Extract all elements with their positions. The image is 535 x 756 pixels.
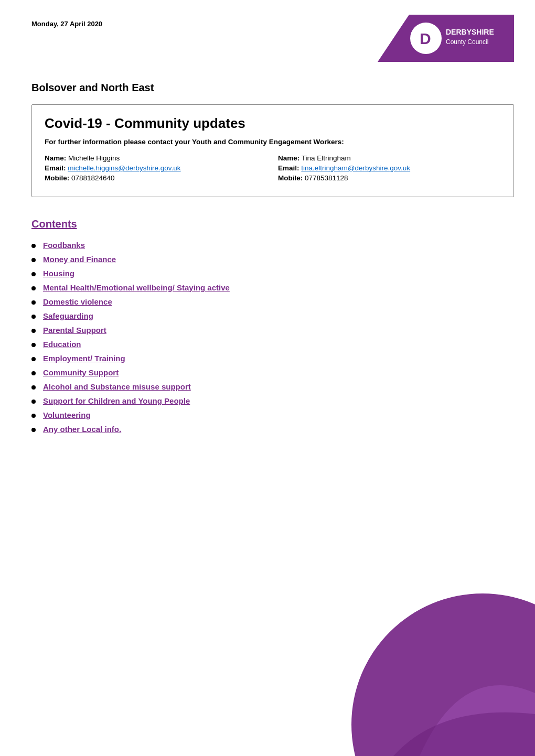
content-box-subtitle: For further information please contact y…: [45, 138, 501, 146]
list-item: Any other Local info.: [31, 425, 514, 434]
contact2-mobile: Mobile: 07785381128: [278, 174, 501, 182]
bullet-icon: [31, 428, 36, 432]
contents-link-2[interactable]: Housing: [43, 269, 74, 278]
list-item: Employment/ Training: [31, 354, 514, 363]
list-item: Education: [31, 340, 514, 349]
list-item: Foodbanks: [31, 241, 514, 250]
contact1-email-link[interactable]: michelle.higgins@derbyshire.gov.uk: [68, 164, 180, 172]
bullet-icon: [31, 414, 36, 418]
bullet-icon: [31, 343, 36, 347]
svg-text:D: D: [420, 30, 431, 47]
contents-link-7[interactable]: Education: [43, 340, 81, 349]
contents-section: Contents FoodbanksMoney and FinanceHousi…: [0, 197, 535, 434]
svg-text:DERBYSHIRE: DERBYSHIRE: [446, 28, 494, 36]
list-item: Alcohol and Substance misuse support: [31, 382, 514, 391]
svg-point-5: [351, 593, 535, 756]
contents-link-10[interactable]: Alcohol and Substance misuse support: [43, 382, 191, 391]
contact1: Name: Michelle Higgins Email: michelle.h…: [45, 154, 268, 184]
bullet-icon: [31, 315, 36, 319]
bullet-icon: [31, 357, 36, 361]
logo-shape: D DERBYSHIRE County Council: [378, 15, 514, 62]
contents-list: FoodbanksMoney and FinanceHousingMental …: [31, 241, 514, 434]
contents-link-9[interactable]: Community Support: [43, 368, 119, 377]
bullet-icon: [31, 371, 36, 375]
list-item: Support for Children and Young People: [31, 396, 514, 405]
content-box-title: Covid-19 - Community updates: [45, 115, 501, 132]
contents-link-0[interactable]: Foodbanks: [43, 241, 85, 250]
list-item: Housing: [31, 269, 514, 278]
bullet-icon: [31, 258, 36, 262]
contents-link-8[interactable]: Employment/ Training: [43, 354, 125, 363]
list-item: Safeguarding: [31, 311, 514, 320]
region-title: Bolsover and North East: [0, 67, 535, 94]
contact2-email-link[interactable]: tina.eltringham@derbyshire.gov.uk: [301, 164, 410, 172]
contents-link-6[interactable]: Parental Support: [43, 326, 106, 334]
contact1-name: Name: Michelle Higgins: [45, 154, 268, 162]
list-item: Domestic violence: [31, 297, 514, 306]
contents-link-12[interactable]: Volunteering: [43, 411, 91, 419]
contact1-email: Email: michelle.higgins@derbyshire.gov.u…: [45, 164, 268, 172]
bullet-icon: [31, 385, 36, 390]
contents-link-5[interactable]: Safeguarding: [43, 311, 93, 320]
list-item: Money and Finance: [31, 255, 514, 264]
bullet-icon: [31, 272, 36, 276]
header: Monday, 27 April 2020 D DERBYSHIRE Count…: [0, 0, 535, 62]
contact1-mobile: Mobile: 07881824640: [45, 174, 268, 182]
svg-text:County Council: County Council: [446, 38, 488, 46]
logo-area: D DERBYSHIRE County Council: [378, 15, 514, 62]
bullet-icon: [31, 329, 36, 333]
contact2-email: Email: tina.eltringham@derbyshire.gov.uk: [278, 164, 501, 172]
bullet-icon: [31, 244, 36, 248]
list-item: Community Support: [31, 368, 514, 377]
contact-grid: Name: Michelle Higgins Email: michelle.h…: [45, 154, 501, 184]
list-item: Volunteering: [31, 411, 514, 419]
contents-title: Contents: [31, 218, 514, 230]
date: Monday, 27 April 2020: [31, 15, 102, 28]
bottom-decorative-shape: [315, 557, 535, 756]
contents-link-1[interactable]: Money and Finance: [43, 255, 116, 264]
contents-link-3[interactable]: Mental Health/Emotional wellbeing/ Stayi…: [43, 283, 230, 292]
page-wrapper: Monday, 27 April 2020 D DERBYSHIRE Count…: [0, 0, 535, 756]
contents-link-13[interactable]: Any other Local info.: [43, 425, 121, 434]
bullet-icon: [31, 300, 36, 305]
contact2: Name: Tina Eltringham Email: tina.eltrin…: [278, 154, 501, 184]
contact2-name: Name: Tina Eltringham: [278, 154, 501, 162]
bullet-icon: [31, 286, 36, 290]
list-item: Parental Support: [31, 326, 514, 334]
list-item: Mental Health/Emotional wellbeing/ Stayi…: [31, 283, 514, 292]
content-box: Covid-19 - Community updates For further…: [31, 104, 514, 197]
contents-link-4[interactable]: Domestic violence: [43, 297, 112, 306]
contents-link-11[interactable]: Support for Children and Young People: [43, 396, 190, 405]
bullet-icon: [31, 399, 36, 404]
